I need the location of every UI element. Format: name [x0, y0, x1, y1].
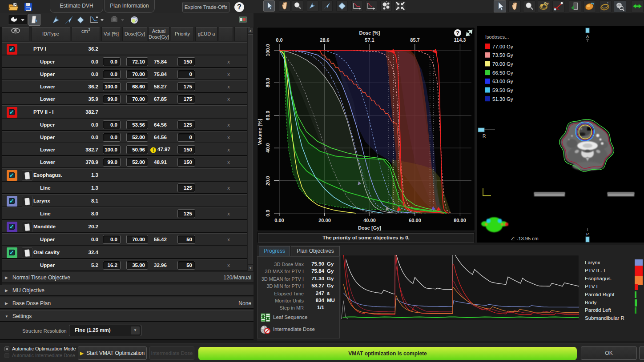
svg-text:80.0: 80.0 — [265, 78, 270, 87]
svg-text:60.0: 60.0 — [265, 111, 270, 120]
svg-text:Isodoses...: Isodoses... — [485, 34, 509, 40]
svg-text:63.00 Gy: 63.00 Gy — [492, 79, 513, 84]
svg-text:Dose [%]: Dose [%] — [359, 30, 380, 36]
svg-text:85.7: 85.7 — [410, 37, 419, 43]
svg-text:70.00 Gy: 70.00 Gy — [492, 61, 513, 67]
svg-text:60.00: 60.00 — [409, 218, 421, 223]
svg-text:100.0: 100.0 — [265, 44, 270, 56]
svg-text:51.30 Gy: 51.30 Gy — [492, 96, 513, 102]
svg-text:59.50 Gy: 59.50 Gy — [492, 88, 513, 93]
svg-text:A: A — [586, 34, 589, 39]
svg-text:Volume [%]: Volume [%] — [257, 119, 262, 145]
svg-text:Z: -13.95 cm: Z: -13.95 cm — [511, 236, 539, 241]
svg-text:0.00: 0.00 — [274, 218, 284, 223]
svg-text:28.6: 28.6 — [320, 37, 329, 43]
svg-text:0.0: 0.0 — [265, 210, 270, 216]
svg-text:20.0: 20.0 — [265, 176, 270, 185]
svg-text:R: R — [483, 134, 486, 139]
svg-text:?: ? — [456, 30, 459, 36]
svg-text:Gy: Gy — [544, 1, 549, 5]
svg-text:*: * — [607, 1, 608, 5]
svg-text:Dose [Gy]: Dose [Gy] — [358, 225, 381, 231]
svg-text:57.1: 57.1 — [365, 37, 374, 43]
svg-text:40.0: 40.0 — [265, 143, 270, 152]
svg-text:66.50 Gy: 66.50 Gy — [492, 70, 513, 76]
svg-text:40.00: 40.00 — [363, 218, 376, 223]
svg-text:114.3: 114.3 — [454, 37, 466, 43]
svg-text:73.50 Gy: 73.50 Gy — [492, 52, 513, 58]
svg-text:80.00: 80.00 — [454, 218, 466, 223]
svg-text:P: P — [586, 232, 589, 236]
svg-text:0.0: 0.0 — [276, 37, 282, 43]
svg-text:20.00: 20.00 — [318, 218, 331, 223]
svg-text:77.00 Gy: 77.00 Gy — [492, 44, 513, 49]
